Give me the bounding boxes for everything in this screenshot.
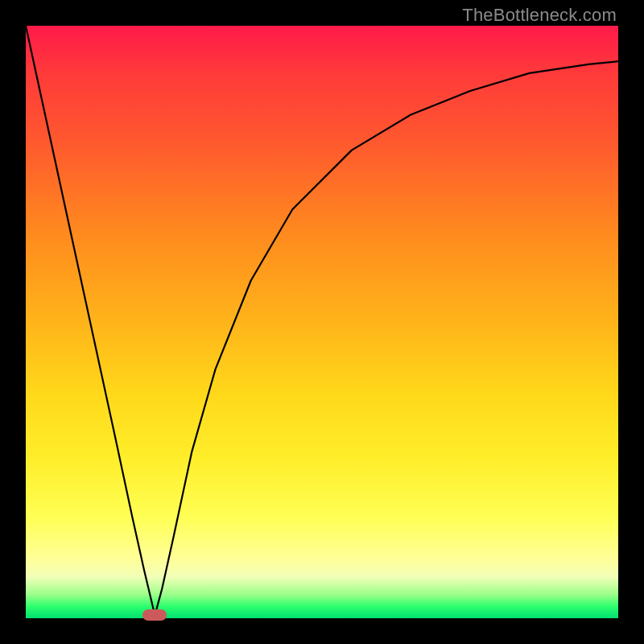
chart-frame: TheBottleneck.com [0,0,644,644]
plot-area [26,26,618,618]
optimal-marker [142,609,167,621]
curve-path [26,26,618,615]
bottleneck-curve [26,26,618,618]
watermark-text: TheBottleneck.com [462,5,617,26]
